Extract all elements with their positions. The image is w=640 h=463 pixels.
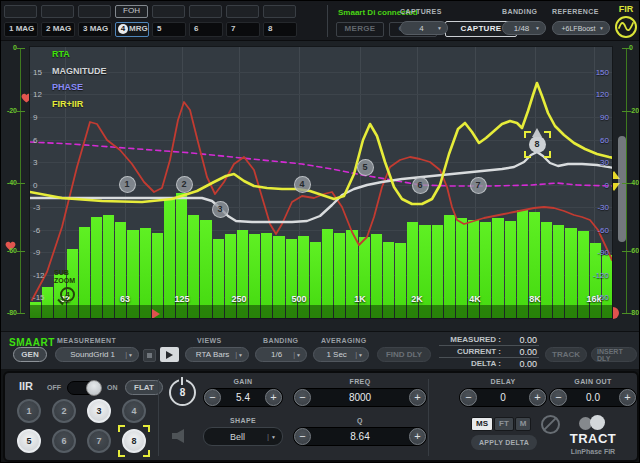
averaging-dropdown[interactable]: 1 Sec|▼ [313, 347, 369, 362]
stop-button[interactable] [143, 349, 156, 362]
track-button[interactable]: TRACK [545, 347, 587, 362]
eq-band-handle-2[interactable]: 2 [176, 176, 193, 193]
eq-band-handle-4[interactable]: 4 [294, 176, 311, 193]
freq-value[interactable]: 8000 [311, 392, 409, 403]
legend-line-swatch [91, 103, 111, 105]
views-dropdown[interactable]: RTA Bars|▼ [185, 347, 249, 362]
delay-stepper: − 0 + [459, 388, 547, 407]
delay-label: DELAY [459, 378, 547, 385]
gain-label: GAIN [203, 378, 283, 385]
tab-name-field-1[interactable] [4, 5, 37, 18]
gain-value[interactable]: 5.4 [221, 392, 265, 403]
iir-band-button-6[interactable]: 6 [52, 429, 76, 453]
tab-name-field-2[interactable] [41, 5, 74, 18]
tab-5[interactable]: 5 [152, 22, 186, 37]
measurement-dropdown[interactable]: SoundGrid 1|▼ [55, 347, 139, 362]
gain-out-label: GAIN OUT [549, 378, 637, 385]
gain-increment-button[interactable]: + [265, 389, 282, 406]
iir-band-button-4[interactable]: 4 [122, 399, 146, 423]
curve-magnitude [30, 152, 613, 222]
magnitude-tick-label: 15 [33, 68, 51, 77]
tab-name-field-8[interactable] [263, 5, 296, 18]
banding-dropdown[interactable]: 1/48▼ [502, 21, 546, 35]
shape-value: Bell [210, 432, 265, 442]
speaker-icon[interactable] [171, 428, 187, 444]
gain-out-value[interactable]: 0.0 [567, 392, 619, 403]
gain-out-increment-button[interactable]: + [619, 389, 636, 406]
freq-increment-button[interactable]: + [409, 389, 426, 406]
merge-button[interactable]: MERGE [336, 22, 384, 37]
gain-decrement-button[interactable]: − [204, 389, 221, 406]
tab-name-field-6[interactable] [189, 5, 222, 18]
tab-name-field-3[interactable] [78, 5, 111, 18]
delay-value[interactable]: 0 [477, 392, 529, 403]
iir-band-button-2[interactable]: 2 [52, 399, 76, 423]
delay-increment-button[interactable]: + [529, 389, 546, 406]
sub-zoom-button[interactable]: SUB ZOOM 4 [54, 269, 75, 302]
eq-band-handle-7[interactable]: 7 [470, 177, 487, 194]
generator-button[interactable]: GEN [13, 347, 47, 362]
eq-band-handle-1[interactable]: 1 [119, 176, 136, 193]
freq-decrement-button[interactable]: − [294, 389, 311, 406]
band-power-button[interactable]: 8 [169, 379, 196, 406]
spl-tick-label: -40 [1, 179, 17, 186]
shape-dropdown[interactable]: Bell|▼ [203, 427, 283, 446]
captures-dropdown[interactable]: 4▼ [400, 21, 448, 35]
tab-1[interactable]: 1 MAG [4, 22, 38, 37]
magnifier-icon: 4 [60, 287, 75, 302]
magnitude-tick-label: -9 [33, 248, 51, 257]
tab-8[interactable]: 8 [263, 22, 297, 37]
iir-band-button-7[interactable]: 7 [87, 429, 111, 453]
units-ms-button[interactable]: MS [471, 417, 493, 431]
delay-readout: MEASURED : 0.00 CURRENT : 0.00 DELTA : 0… [437, 335, 539, 368]
tab-6[interactable]: 6 [189, 22, 223, 37]
measured-label: MEASURED : [437, 335, 501, 344]
brand-subtitle: LinPhase FIR [561, 448, 625, 455]
tab-4[interactable]: 4MRG [115, 22, 149, 37]
apply-delta-button[interactable]: APPLY DELTA [471, 435, 537, 450]
tab-name-field-4[interactable]: FOH [115, 5, 148, 18]
plot-area[interactable]: 15129630-3-6-9-12-151501209060300-30-60-… [29, 46, 613, 319]
right-scrollbar[interactable] [618, 136, 626, 242]
find-delay-button[interactable]: FIND DLY [377, 347, 431, 362]
reference-dropdown[interactable]: +6LFBoost▼ [552, 21, 610, 35]
eq-band-handle-6[interactable]: 6 [412, 177, 429, 194]
iir-band-button-3[interactable]: 3 [87, 399, 111, 423]
eq-band-handle-8[interactable]: 8 [529, 136, 546, 153]
capture-tab-strip: 1 MAG2 MAG3 MAGFOH4MRG5678 [4, 5, 304, 38]
smaart-banding-dropdown[interactable]: 1/6|▼ [255, 347, 307, 362]
reference-label: REFERENCE [552, 8, 599, 15]
q-increment-button[interactable]: + [409, 428, 426, 445]
q-value[interactable]: 8.64 [311, 431, 409, 442]
eq-band-handle-5[interactable]: 5 [357, 159, 374, 176]
magnitude-tick-label: 12 [33, 90, 51, 99]
legend-item: PHASE [52, 82, 83, 92]
units-ft-button[interactable]: FT [494, 417, 514, 431]
tract-toggle-icon[interactable] [579, 415, 607, 431]
gain-out-decrement-button[interactable]: − [550, 389, 567, 406]
chevron-down-icon: ▼ [128, 352, 133, 358]
tab-7[interactable]: 7 [226, 22, 260, 37]
smaart-control-bar: SMAART MEASUREMENT VIEWS BANDING AVERAGI… [1, 331, 640, 369]
insert-delay-button[interactable]: INSERT DLY [591, 347, 637, 362]
play-button[interactable] [160, 347, 179, 362]
fir-logo-icon[interactable] [613, 14, 639, 40]
tab-3[interactable]: 3 MAG [78, 22, 112, 37]
iir-band-button-5[interactable]: 5 [17, 429, 41, 453]
iir-band-button-8[interactable]: 8 [122, 429, 146, 453]
tab-name-field-7[interactable] [226, 5, 259, 18]
iir-band-button-1[interactable]: 1 [17, 399, 41, 423]
units-m-button[interactable]: M [515, 417, 532, 431]
phase-tick-label: 0 [585, 181, 609, 190]
freq-cursor-marker[interactable] [152, 309, 160, 319]
q-decrement-button[interactable]: − [294, 428, 311, 445]
iir-on-off-toggle[interactable] [67, 381, 101, 395]
divider: | [355, 351, 357, 358]
delay-decrement-button[interactable]: − [460, 389, 477, 406]
phase-tick-label: -60 [585, 226, 609, 235]
tab-name-field-5[interactable] [152, 5, 185, 18]
tab-2[interactable]: 2 MAG [41, 22, 75, 37]
iir-on-label: ON [107, 384, 118, 391]
bypass-icon[interactable] [541, 415, 560, 434]
eq-band-handle-3[interactable]: 3 [212, 201, 229, 218]
